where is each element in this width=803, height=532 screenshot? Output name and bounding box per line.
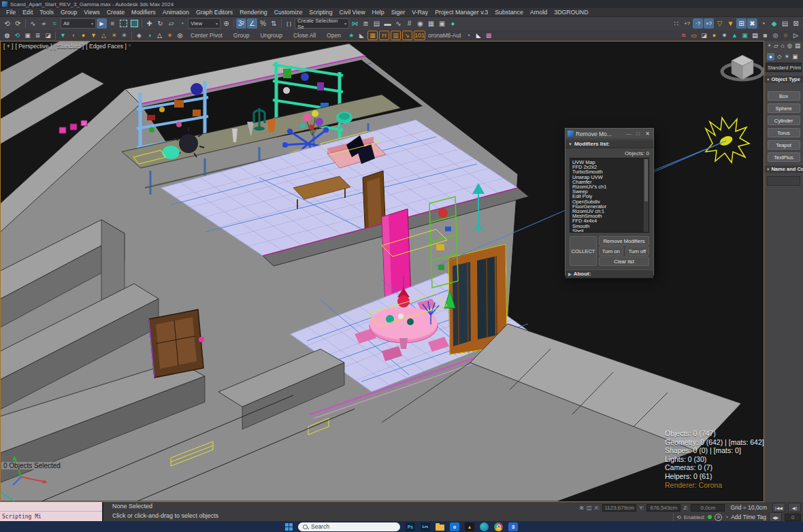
object-type-rollout[interactable]: ▼ Object Type: [764, 75, 803, 83]
render-icon[interactable]: ●: [448, 18, 458, 29]
add-time-tag-button[interactable]: Add Time Tag: [731, 514, 766, 520]
maximize-icon[interactable]: □: [634, 131, 642, 137]
modifier-item[interactable]: Shell: [572, 229, 649, 233]
fire-icon[interactable]: ✷: [165, 31, 174, 39]
palette-icon[interactable]: ▩: [485, 31, 493, 39]
ungroup-button[interactable]: Ungroup: [255, 32, 287, 39]
modifier-item[interactable]: Smooth: [572, 224, 649, 229]
folder-plus-icon[interactable]: ▭: [689, 31, 698, 39]
menu-item[interactable]: Tools: [36, 9, 57, 16]
bulb-icon[interactable]: ●: [710, 31, 719, 39]
teapot-icon[interactable]: ◍: [3, 31, 12, 39]
flag-solid-icon[interactable]: ▼: [725, 18, 736, 29]
reference-coordsys-dropdown[interactable]: View▾: [188, 18, 220, 29]
modifiers-list-rollout[interactable]: ▼ Modifiers list:: [566, 139, 653, 148]
menu-item[interactable]: Customize: [271, 9, 306, 16]
antivirus-icon[interactable]: ▲: [465, 522, 474, 531]
graduate-icon[interactable]: ◆: [769, 18, 779, 29]
menu-item[interactable]: Group: [57, 9, 80, 16]
named-selection-dropdown[interactable]: Create Selection Se▾: [295, 18, 349, 29]
category-cameras-icon[interactable]: ▣: [792, 53, 798, 60]
viewport-menu-pov[interactable]: [ Perspective ]: [15, 43, 52, 50]
scrollbar-thumb[interactable]: [644, 159, 648, 201]
menu-item[interactable]: Views: [80, 9, 103, 16]
lister-icon[interactable]: ≣: [33, 31, 42, 39]
clear-list-button[interactable]: Clear list: [599, 256, 649, 266]
mountain-icon[interactable]: △: [155, 31, 164, 39]
menu-item[interactable]: Help: [369, 9, 388, 16]
group-button[interactable]: Group: [229, 32, 255, 39]
select-by-material-icon[interactable]: ×?: [704, 18, 714, 29]
angle-snap-icon[interactable]: ∠: [247, 18, 257, 29]
ring-icon[interactable]: ◎: [771, 31, 780, 39]
primitive-button[interactable]: TextPlus: [768, 152, 800, 162]
primitive-button[interactable]: Sphere: [768, 103, 800, 113]
x-coordinate-field[interactable]: 1123,679cm: [602, 504, 636, 512]
viewport-menu-renderer[interactable]: [ Standard ]: [54, 43, 84, 50]
taskbar-search[interactable]: Search: [298, 522, 400, 531]
menu-item[interactable]: Siger: [388, 9, 409, 16]
viewport-filter-icon[interactable]: ▿: [129, 43, 131, 50]
maxscript-white-row[interactable]: Scripting Mi: [0, 512, 102, 521]
menu-item[interactable]: Modifiers: [128, 9, 159, 16]
minimize-icon[interactable]: —: [625, 131, 632, 137]
probe-icon[interactable]: ⌾: [781, 31, 790, 39]
slate-icon[interactable]: ▣: [740, 31, 749, 39]
dome-light-icon[interactable]: ◖: [69, 31, 78, 39]
render-setup-icon[interactable]: ▦: [426, 18, 436, 29]
checker-icon[interactable]: ◫: [587, 505, 592, 511]
moon-icon[interactable]: ◑: [145, 31, 154, 39]
select-link-icon[interactable]: ∿: [28, 18, 38, 29]
select-similar-icon[interactable]: +?: [682, 18, 692, 29]
bell-icon[interactable]: ◙: [761, 31, 770, 39]
3dsmax-taskbar-icon[interactable]: 3: [508, 522, 518, 531]
primitive-category-dropdown[interactable]: Standard Primitives: [766, 63, 802, 72]
droplet-icon[interactable]: ◎: [176, 31, 184, 39]
export-scene-icon[interactable]: ◣: [357, 31, 366, 39]
lightroom-icon[interactable]: Lrc: [421, 522, 430, 531]
edge-icon[interactable]: [480, 522, 489, 531]
sparkle-icon[interactable]: ✳: [120, 31, 129, 39]
key-mode-button[interactable]: ◀▶: [769, 512, 782, 522]
turn-off-button[interactable]: Turn off: [625, 246, 650, 256]
undo-icon[interactable]: ⟲: [2, 18, 12, 29]
menu-item[interactable]: Edit: [19, 9, 36, 16]
doc-icon[interactable]: ▤: [751, 31, 759, 39]
film-camera-icon[interactable]: ◪: [700, 31, 708, 39]
keyboard-override-icon[interactable]: ≋: [579, 505, 584, 511]
enabled-green-dot[interactable]: [708, 515, 712, 519]
menu-item[interactable]: Rendering: [236, 9, 271, 16]
y-coordinate-field[interactable]: 676,543cm: [646, 504, 681, 512]
ribbon-toggle-icon[interactable]: ▬: [382, 18, 393, 29]
turn-on-button[interactable]: Turn on: [599, 246, 623, 256]
menu-item[interactable]: Arnold: [527, 9, 551, 16]
curve-editor-icon[interactable]: ∿: [393, 18, 404, 29]
xview-icon[interactable]: ✖: [747, 18, 757, 29]
menu-item[interactable]: Civil View: [336, 9, 369, 16]
close-all-button[interactable]: Close All: [289, 32, 321, 39]
sphere-check-icon[interactable]: ◔: [758, 18, 768, 29]
favorite-star-icon[interactable]: ★: [347, 31, 356, 39]
material-editor-icon[interactable]: ◉: [415, 18, 425, 29]
relink-icon[interactable]: ◔: [464, 31, 473, 39]
object-name-field[interactable]: [767, 176, 800, 186]
scale-icon[interactable]: ▱: [166, 18, 176, 29]
about-rollout[interactable]: ▶ About:: [566, 269, 653, 278]
dot-grid-icon[interactable]: ∷: [671, 18, 681, 29]
io-tool-icon[interactable]: 101: [414, 31, 425, 40]
viewport-menu-shading[interactable]: [ Edged Faces ]: [86, 43, 127, 50]
tab-hierarchy[interactable]: ⌂: [781, 42, 785, 51]
menu-item[interactable]: 3DGROUND: [551, 9, 591, 16]
tab-modify[interactable]: ▱: [774, 42, 779, 51]
h-tool-icon[interactable]: H: [379, 31, 389, 40]
time-tag-icon[interactable]: ◔: [725, 514, 728, 520]
collect-button[interactable]: COLLECT: [570, 236, 597, 266]
viewport-menu-general[interactable]: [ + ]: [3, 43, 13, 50]
martini-light-icon[interactable]: ▼: [89, 31, 98, 39]
menu-item[interactable]: V-Ray: [408, 9, 431, 16]
cursor-tool-icon[interactable]: ◣: [474, 31, 483, 39]
selection-filter-dropdown[interactable]: All▾: [61, 18, 96, 29]
perspective-viewport[interactable]: [ + ] [ Perspective ] [ Standard ] [ Edg…: [0, 41, 764, 502]
grid-tool-icon[interactable]: ▦: [367, 31, 378, 40]
primitive-button[interactable]: Cylinder: [768, 116, 800, 125]
